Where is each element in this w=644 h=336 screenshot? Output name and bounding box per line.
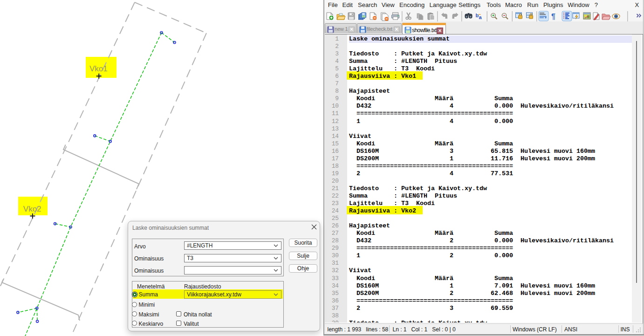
svg-text:¶: ¶ [551,13,555,21]
svg-text:Vko2: Vko2 [23,205,41,213]
svg-text:Vko1: Vko1 [89,64,108,73]
svg-text:a: a [479,14,482,20]
svg-text:b: b [476,13,479,18]
